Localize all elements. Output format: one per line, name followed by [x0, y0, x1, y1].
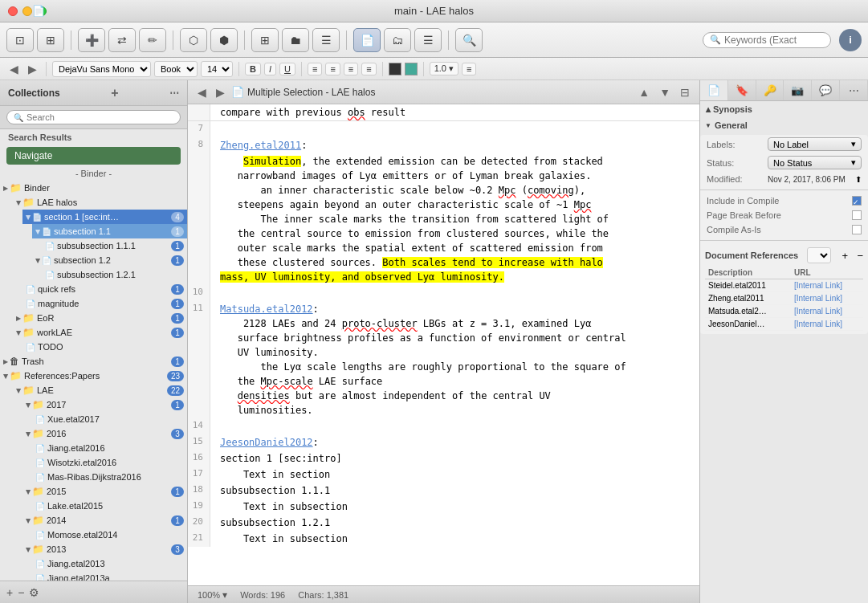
sidebar-toggle-button[interactable]: ⊡ [6, 28, 34, 52]
view-index-button[interactable]: 🖿 [282, 28, 309, 52]
search-input[interactable] [724, 35, 824, 46]
line-text[interactable] [210, 418, 699, 434]
tree-item-jiang2013[interactable]: 📄 Jiang.etal2013 [32, 556, 187, 571]
line-text[interactable] [210, 285, 699, 301]
tree-item-binder[interactable]: ▶ 📁 Binder [0, 181, 187, 195]
minimize-button[interactable] [22, 6, 32, 16]
align-left-button[interactable]: ≡ [308, 63, 322, 75]
view-outline-button[interactable]: ☰ [312, 28, 340, 52]
tree-item-eor[interactable]: ▶ 📁 EoR 1 [13, 311, 187, 325]
font-style-select[interactable]: Book [154, 61, 198, 77]
tree-item-lae-halos[interactable]: ▶ 📁 LAE halos [13, 195, 187, 210]
tab-document[interactable]: 📄 [700, 80, 728, 100]
line-text[interactable]: JeesonDaniel2012: [210, 434, 699, 450]
nav-forward-button[interactable]: ▶ [25, 61, 40, 77]
labels-select[interactable]: No Label ▾ [768, 137, 862, 151]
add-collection-button[interactable]: + [111, 86, 118, 100]
tree-item-momose2014[interactable]: 📄 Momose.etal2014 [32, 528, 187, 542]
nav-next-button[interactable]: ▶ [213, 84, 228, 100]
tab-more[interactable]: ⋯ [840, 80, 868, 100]
tree-item-xue2017[interactable]: 📄 Xue.etal2017 [32, 412, 187, 426]
tree-item-magnitude[interactable]: 📄 magnitude 1 [22, 296, 187, 311]
tree-item-2013[interactable]: ▶ 📁 2013 3 [22, 542, 187, 556]
remove-item-button[interactable]: − [18, 586, 24, 599]
layout-toggle-button[interactable]: ⊞ [37, 28, 64, 52]
tree-item-subsubsection111[interactable]: 📄 subsubsection 1.1.1 1 [42, 238, 187, 253]
font-size-select[interactable]: 14 [201, 61, 233, 77]
color-picker[interactable] [389, 63, 401, 75]
settings-button[interactable]: ⚙ [29, 586, 39, 599]
navigate-button[interactable]: ⇄ [108, 28, 136, 52]
tree-item-worklae[interactable]: ▶ 📁 workLAE 1 [13, 325, 187, 340]
line-text[interactable]: Matsuda.etal2012: 2128 LAEs and 24 proto… [210, 301, 699, 418]
sidebar-search-input[interactable] [26, 112, 173, 122]
page-break-checkbox[interactable] [852, 210, 862, 220]
general-header[interactable]: ▼ General [700, 117, 868, 133]
line-text[interactable]: Text in subsection [210, 499, 699, 515]
line-text[interactable]: Zheng.etal2011: Simulation, the extended… [210, 137, 699, 285]
view-split-button[interactable]: ⊞ [251, 28, 279, 52]
tab-keywords[interactable]: 🔑 [756, 80, 784, 100]
tree-item-references-papers[interactable]: ▶ 📁 References:Papers 23 [0, 369, 187, 383]
line-text[interactable] [210, 121, 699, 137]
line-text[interactable]: Text in section [210, 467, 699, 483]
tree-item-todo[interactable]: 📄 TODO [22, 340, 187, 354]
remove-reference-button[interactable]: − [857, 250, 863, 262]
bold-button[interactable]: B [245, 63, 261, 75]
reference-row[interactable]: JeesonDaniel…[Internal Link] [705, 318, 863, 331]
page-view-button[interactable]: 📄 [353, 28, 381, 52]
navigate-item[interactable]: Navigate [6, 147, 181, 165]
add-reference-button[interactable]: + [842, 250, 849, 262]
info-button[interactable]: i [839, 29, 862, 51]
zheng-link[interactable]: Zheng.etal2011 [220, 140, 301, 151]
modified-stepper[interactable]: ⬆ [855, 175, 862, 184]
add-button[interactable]: ➕ [78, 28, 105, 52]
synopsis-header[interactable]: ▶ Synopsis [700, 101, 868, 117]
tree-item-lake2015[interactable]: 📄 Lake.etal2015 [32, 499, 187, 513]
zoom-button[interactable]: ▾ [222, 589, 227, 601]
tree-item-wisotzki2016[interactable]: 📄 Wisotzki.etal2016 [32, 455, 187, 470]
editor-content-area[interactable]: compare with previous obs result 7 8 Zhe… [188, 104, 699, 585]
tree-item-jiang2013a[interactable]: 📄 Jiang.etal2013a [32, 571, 187, 581]
more-options-button[interactable]: ⋯ [169, 88, 179, 99]
page-outline-button[interactable]: ☰ [414, 28, 442, 52]
page-index-button[interactable]: 🗂 [384, 28, 411, 52]
tree-item-2015[interactable]: ▶ 📁 2015 1 [22, 484, 187, 499]
tree-item-2017[interactable]: ▶ 📁 2017 1 [22, 397, 187, 412]
include-compile-checkbox[interactable]: ✓ [852, 196, 862, 206]
tree-item-subsubsection121[interactable]: 📄 subsubsection 1.2.1 [42, 267, 187, 282]
tree-item-trash[interactable]: ▶ 🗑 Trash 1 [0, 354, 187, 369]
line-text[interactable]: section 1 [sec:intro] [210, 450, 699, 467]
nav-back-button[interactable]: ◀ [6, 61, 22, 77]
link2-button[interactable]: ⬢ [210, 28, 238, 52]
status-select[interactable]: No Status ▾ [768, 156, 862, 169]
align-right-button[interactable]: ≡ [344, 63, 358, 75]
tree-item-subsection12[interactable]: ▶ 📄 subsection 1.2 1 [32, 253, 187, 267]
tree-item-quick-refs[interactable]: 📄 quick refs 1 [22, 282, 187, 296]
edit-button[interactable]: ✏ [139, 28, 166, 52]
tab-comments[interactable]: 💬 [812, 80, 840, 100]
find-replace-button[interactable]: 🔍 [455, 28, 483, 52]
reference-row[interactable]: Steidel.etal2011[Internal Link] [705, 279, 863, 292]
line-spacing-button[interactable]: 1.0 ▾ [430, 62, 458, 75]
line-text[interactable]: compare with previous obs result [210, 104, 699, 120]
paragraph-spacing-button[interactable]: ≡ [462, 63, 476, 75]
tree-item-section1[interactable]: ▶ 📄 section 1 [sec:int… 4 [22, 210, 187, 224]
align-justify-button[interactable]: ≡ [361, 63, 376, 75]
align-center-button[interactable]: ≡ [325, 63, 340, 75]
line-text[interactable]: subsubsection 1.1.1 [210, 483, 699, 499]
tab-bookmark[interactable]: 🔖 [728, 80, 756, 100]
reference-row[interactable]: Zheng.etal2011[Internal Link] [705, 292, 863, 305]
underline-button[interactable]: U [279, 63, 295, 75]
tab-snapshots[interactable]: 📷 [784, 80, 812, 100]
tree-item-2014[interactable]: ▶ 📁 2014 1 [22, 513, 187, 528]
nav-prev-button[interactable]: ◀ [194, 84, 210, 100]
line-text[interactable]: subsubsection 1.2.1 [210, 515, 699, 531]
compile-as-checkbox[interactable] [852, 225, 862, 234]
font-name-select[interactable]: DejaVu Sans Mono [52, 61, 151, 77]
tree-item-subsection11[interactable]: ▶ 📄 subsection 1.1 1 [32, 224, 187, 238]
add-item-button[interactable]: + [6, 586, 13, 599]
reference-row[interactable]: Matsuda.etal2…[Internal Link] [705, 305, 863, 318]
tree-item-masribas2016[interactable]: 📄 Mas-Ribas.Dijkstra2016 [32, 470, 187, 484]
nav-up-button[interactable]: ▲ [635, 84, 653, 100]
